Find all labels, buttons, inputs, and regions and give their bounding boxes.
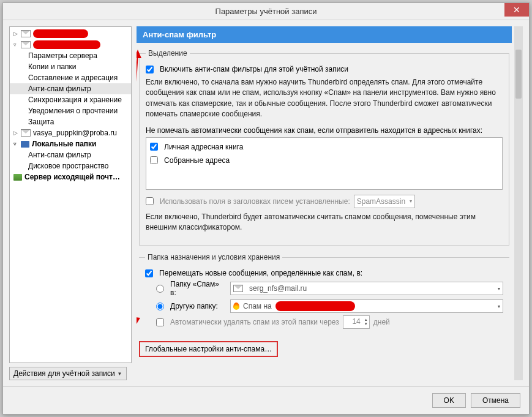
destination-group: Папка назначения и условия хранения Пере…	[139, 253, 509, 337]
local-junk[interactable]: Анти-спам фильтр	[10, 149, 131, 160]
selection-group: Выделение Включить анти-спам фильтры для…	[139, 49, 509, 246]
junk-description: Если включено, то сначала вам нужно науч…	[146, 77, 503, 120]
global-junk-settings-button[interactable]: Глобальные настройки анти-спама…	[139, 341, 278, 357]
tree-sub-receipts[interactable]: Уведомления о прочтении	[10, 105, 131, 116]
tree-sub-compose[interactable]: Составление и адресация	[10, 72, 131, 83]
scrollbar-thumb[interactable]	[515, 50, 522, 99]
move-junk-label: Перемещать новые сообщения, определённые…	[159, 269, 362, 277]
panel-title: Анти-спам фильтр	[137, 26, 512, 43]
dest-junk-account-combo[interactable]: serg_nfs@mail.ru ▾	[230, 282, 503, 295]
redacted-account	[33, 40, 100, 49]
autodelete-days-spinbox[interactable]: 14	[343, 315, 370, 329]
titlebar: Параметры учётной записи ✕	[3, 3, 529, 20]
selection-legend: Выделение	[146, 49, 190, 58]
accounts-tree[interactable]: ▷ ▿ Параметры сервера Копии и папки Сост…	[9, 26, 132, 363]
outgoing-server[interactable]: Сервер исходящей почт…	[10, 171, 131, 182]
twisty-icon: ▿	[13, 42, 20, 48]
autodelete-label: Автоматически удалять спам из этой папки…	[170, 318, 339, 326]
account-1[interactable]: ▷	[10, 28, 131, 39]
flame-icon	[233, 302, 239, 310]
enable-junk-label: Включить анти-спам фильтры для этой учёт…	[160, 65, 348, 73]
whitelist-label: Не помечать автоматически сообщения как …	[146, 126, 503, 135]
trust-classifier-combo[interactable]: SpamAssassin ▾	[354, 195, 415, 208]
close-button[interactable]: ✕	[504, 3, 529, 17]
mail-icon	[21, 129, 31, 137]
window-title: Параметры учётной записи	[3, 7, 529, 16]
chevron-down-icon: ▾	[498, 304, 500, 309]
dest-junk-folder-label: Папку «Спам» в:	[170, 280, 227, 297]
cancel-button[interactable]: Отмена	[471, 393, 520, 408]
local-disk[interactable]: Дисковое пространство	[10, 160, 131, 171]
ok-button[interactable]: OK	[432, 393, 466, 408]
book-collected-label: Собранные адреса	[164, 156, 230, 165]
accounts-sidebar: ▷ ▿ Параметры сервера Копии и папки Сост…	[9, 26, 132, 380]
mail-icon	[21, 30, 31, 37]
twisty-icon: ▿	[13, 141, 20, 147]
dialog-footer: OK Отмена	[3, 386, 529, 414]
chevron-down-icon: ▼	[118, 371, 122, 377]
account-1b[interactable]: ▿	[10, 39, 131, 50]
book-personal-label: Личная адресная книга	[164, 143, 244, 151]
destination-legend: Папка назначения и условия хранения	[145, 253, 282, 261]
tree-sub-sync[interactable]: Синхронизация и хранение	[10, 94, 131, 105]
tree-sub-junk[interactable]: Анти-спам фильтр	[10, 83, 131, 94]
tree-sub-server[interactable]: Параметры сервера	[10, 50, 131, 61]
twisty-icon: ▷	[13, 130, 20, 136]
book-personal-checkbox[interactable]	[150, 143, 158, 151]
mail-icon	[21, 41, 31, 48]
redacted-account	[33, 29, 88, 38]
days-suffix: дней	[373, 318, 390, 326]
autodelete-checkbox[interactable]	[156, 318, 164, 326]
enable-junk-checkbox[interactable]	[146, 66, 154, 73]
chevron-down-icon: ▾	[498, 286, 500, 291]
local-folders[interactable]: ▿ Локальные папки	[10, 138, 131, 149]
twisty-icon: ▷	[13, 31, 20, 37]
tree-sub-security[interactable]: Защита	[10, 116, 131, 127]
move-junk-checkbox[interactable]	[145, 269, 153, 277]
trust-description: Если включено, Thunderbird будет автомат…	[146, 212, 503, 233]
book-collected-checkbox[interactable]	[150, 156, 158, 164]
address-book-list[interactable]: Личная адресная книга Собранные адреса	[146, 137, 503, 190]
chevron-down-icon: ▾	[410, 198, 412, 204]
trust-headers-label: Использовать поля в заголовках писем уст…	[160, 197, 350, 206]
tree-sub-copies[interactable]: Копии и папки	[10, 61, 131, 72]
server-icon	[13, 174, 22, 181]
trust-headers-checkbox[interactable]	[146, 197, 154, 205]
mail-icon	[233, 285, 243, 292]
redacted-folder	[275, 301, 355, 311]
account-actions-button[interactable]: Действия для учётной записи ▼	[9, 367, 127, 380]
dest-other-folder-radio[interactable]	[156, 302, 164, 310]
dest-junk-folder-radio[interactable]	[156, 285, 164, 293]
dest-other-folder-combo[interactable]: Спам на ▾	[230, 299, 503, 313]
account-settings-window: Параметры учётной записи ✕ ▷ ▿ Параметры…	[2, 2, 530, 415]
main-panel: Анти-спам фильтр Выделение Включить анти…	[137, 26, 523, 380]
dest-other-folder-label: Другую папку:	[170, 302, 227, 310]
account-2[interactable]: ▷ vasya_puppkin@proba.ru	[10, 127, 131, 138]
folder-icon	[21, 141, 29, 148]
